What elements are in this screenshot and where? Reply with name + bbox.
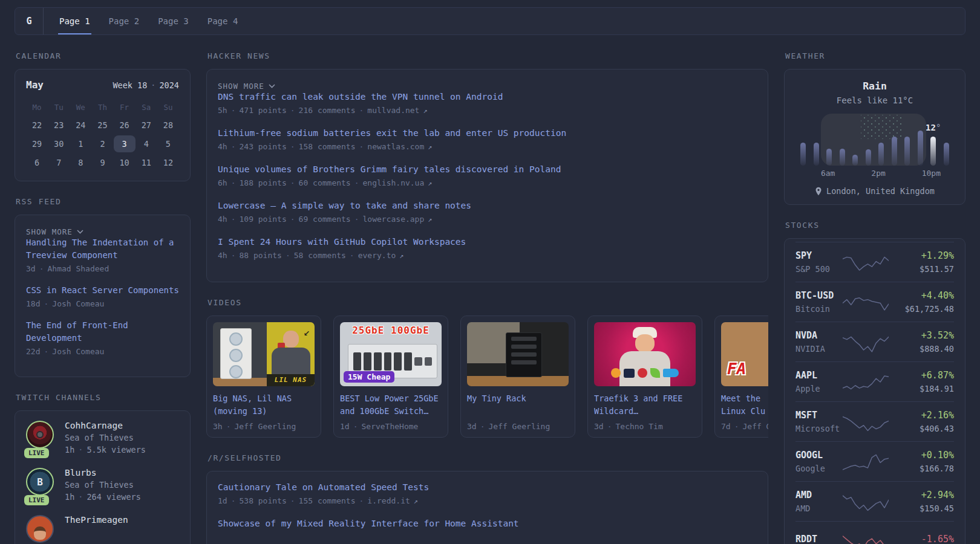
rss-show-more[interactable]: SHOW MORE [26,227,179,236]
pc-case-decoration [220,328,252,379]
video-title[interactable]: Meet the Linux Clu [721,392,768,418]
twitch-channel-link[interactable]: LIVE CohhCarnage Sea of Thieves 1h·5.5k … [26,421,179,455]
video-card[interactable]: Traefik 3 and FREE Wildcard… 3d·Techno T… [587,316,702,438]
channel-name: ThePrimeagen [65,515,128,525]
hn-story-link[interactable]: Lithium-free sodium batteries exit the l… [218,128,566,138]
story-domain[interactable]: lowercase.app [363,215,425,224]
weather-hour-label [847,169,859,178]
story-domain[interactable]: english.nv.ua [363,178,425,187]
stock-price: $888.40 [889,344,954,354]
calendar-day: 1 [70,135,91,152]
rss-item-meta: 22d·Josh Comeau [26,347,179,356]
calendar-day: 12 [157,154,179,171]
video-title[interactable]: Traefik 3 and FREE Wildcard… [594,392,696,418]
channel-info: ThePrimeagen [65,515,128,543]
video-title[interactable]: My Tiny Rack [467,392,569,418]
stocks-card: SPY S&P 500 +1.29% $511.57 [784,238,965,544]
weather-hour-label [898,169,910,178]
docker-whale-icon [663,369,679,377]
rss-item-link[interactable]: CSS in React Server Components [26,285,179,295]
weather-hour [849,114,862,166]
dot-separator: · [354,215,359,224]
hn-story-link[interactable]: Lowercase – A simple way to take and sha… [218,201,471,210]
reddit-section: /R/SELFHOSTED Cautionary Tale on Automat… [206,453,768,544]
rss-item-link[interactable]: Handling The Indentation of a Treeview C… [26,238,174,260]
hn-story: Lowercase – A simple way to take and sha… [218,199,757,224]
stock-change: +3.52% [889,330,954,341]
rss-item-link[interactable]: The End of Front-End Development [26,320,128,343]
video-meta: 3d·Jeff Geerling [467,422,569,431]
video-thumbnail[interactable]: FA [721,322,768,386]
stock-change: +2.94% [889,490,954,500]
calendar-day: 9 [91,154,113,171]
calendar-day: 6 [26,154,48,171]
story-domain[interactable]: every.to [358,251,396,260]
thumbnail-caption: LIL NAS [267,374,315,386]
page-tab[interactable]: Page 3 [157,8,190,34]
hn-story-meta: 4h·109 points·69 comments·lowercase.app↗ [218,215,757,224]
video-age: 3d [594,422,604,431]
stock-symbol: GOOGL [795,450,843,461]
stock-change: +0.10% [889,450,954,461]
twitch-channel-link[interactable]: B LIVE Blurbs Sea of Thieves 1h·264 view… [26,468,179,502]
story-domain[interactable]: mullvad.net [367,106,419,115]
weather-hour [862,114,875,166]
weather-hour-label: 10pm [922,169,941,178]
weather-current-temp: 12° [926,123,941,132]
viewer-count: 264 viewers [87,492,140,502]
video-thumbnail[interactable]: 25GbE 100GbE 15W Cheap [340,322,442,386]
calendar-weekday: We [70,100,91,115]
video-title[interactable]: BEST Low Power 25GbE and 100GbE Switch… [340,392,442,418]
story-domain[interactable]: newatlas.com [367,142,424,151]
video-thumbnail[interactable] [467,322,569,386]
video-age: 3h [213,422,223,431]
story-comments: 216 comments [299,106,356,115]
dot-separator: · [359,106,364,115]
video-card[interactable]: ↙ LIL NAS Big NAS, Lil NAS (moving 13) 3… [206,316,321,438]
video-thumbnail[interactable]: ↙ LIL NAS [213,322,315,386]
weather-bar [930,137,936,166]
hackernews-card: SHOW MORE DNS traffic can leak outside t… [206,69,768,282]
page-tab[interactable]: Page 4 [206,8,240,34]
video-card[interactable]: FA Meet the Linux Clu 7d·Jeff Geerling [714,316,768,438]
cohhcarnage-avatar [26,421,54,448]
weather-hour [901,114,914,166]
stock-name: AMD [795,504,843,513]
video-thumbnail[interactable] [594,322,696,386]
dot-separator: · [480,422,485,431]
video-card[interactable]: 25GbE 100GbE 15W Cheap BEST Low Power 25… [333,316,448,438]
page-tab[interactable]: Page 2 [108,8,141,34]
dot-separator: · [353,422,358,431]
video-channel: Jeff Geerling [488,422,550,431]
twitch-channel-link[interactable]: ThePrimeagen [26,515,179,543]
weather-feels-like: Feels like 11°C [797,96,953,105]
page-tab[interactable]: Page 1 [58,8,91,34]
rss-item-author: Josh Comeau [52,299,104,308]
app-logo[interactable]: G [15,8,44,34]
hn-story-link[interactable]: I Spent 24 Hours with GitHub Copilot Wor… [218,237,466,247]
story-points: 471 points [239,106,286,115]
stock-symbol: BTC-USD [795,290,843,301]
calendar-day-selected: 3 [114,135,136,152]
channel-game: Sea of Thieves [65,433,146,442]
weather-hour-label [941,169,953,178]
dot-separator: · [231,215,236,224]
hn-show-more[interactable]: SHOW MORE [218,82,757,91]
video-card[interactable]: My Tiny Rack 3d·Jeff Geerling [460,316,575,438]
reddit-post-link[interactable]: Showcase of my Mixed Reality Interface f… [218,519,519,528]
avatar-wrap: LIVE [26,421,56,455]
hn-story-link[interactable]: DNS traffic can leak outside the VPN tun… [218,92,503,102]
video-title[interactable]: Big NAS, Lil NAS (moving 13) [213,392,315,418]
dot-separator: · [359,142,364,151]
hn-story-link[interactable]: Unique volumes of Brothers Grimm fairy t… [218,164,561,174]
stock-quote: +6.87% $184.91 [889,370,954,393]
stock-sparkline [843,411,889,433]
weather-bar [840,149,845,166]
stock-row: RDDT -1.65% [795,521,954,544]
hackernews-section: HACKER NEWS SHOW MORE DNS traffic can le… [206,51,768,282]
post-domain[interactable]: i.redd.it [367,496,410,505]
reddit-post-link[interactable]: Cautionary Tale on Automated Speed Tests [218,482,429,492]
rss-card: SHOW MORE Handling The Indentation of a … [15,215,191,377]
weather-bar [852,155,858,166]
stock-price: $511.57 [889,264,954,274]
